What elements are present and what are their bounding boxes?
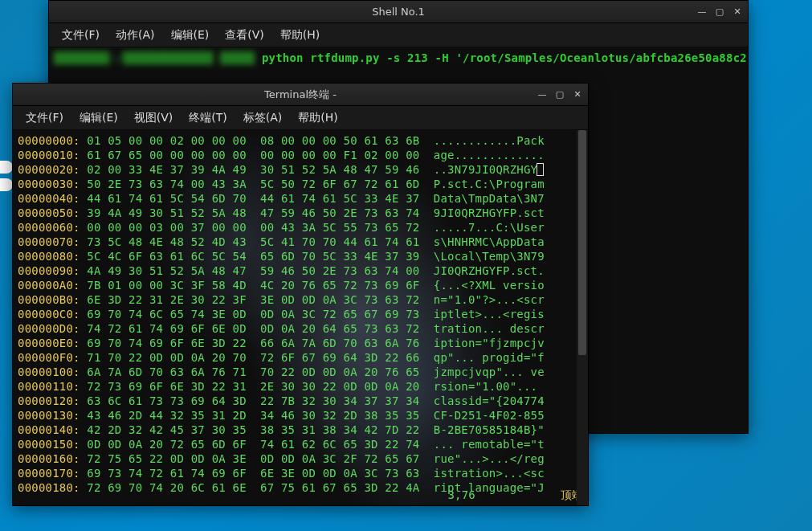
hex-bytes: 72 69 70 74 20 6C 61 6E 67 75 61 67 65 3… [87, 481, 419, 494]
scrollbar-thumb[interactable] [578, 130, 586, 355]
hex-ascii: istration>...<sc [434, 467, 545, 480]
hex-address: 00000030: [18, 178, 80, 190]
hexdump-row: 00000120: 63 6C 61 73 73 69 64 3D 22 7B … [18, 394, 583, 408]
hex-bytes: 39 4A 49 30 51 52 5A 48 47 59 46 50 2E 7… [87, 206, 419, 219]
hex-ascii: ............Pack [434, 134, 545, 147]
hex-bytes: 5C 4C 6F 63 61 6C 5C 54 65 6D 70 5C 33 4… [87, 250, 419, 263]
hex-ascii: s\HNHRMC\AppData [434, 235, 545, 248]
terminal-window: Terminal终端 - — ▢ ✕ 文件(F) 编辑(E) 视图(V) 终端(… [12, 83, 589, 506]
hexdump-row: 00000050: 39 4A 49 30 51 52 5A 48 47 59 … [18, 206, 583, 220]
hexdump-row: 00000030: 50 2E 73 63 74 00 43 3A 5C 50 … [18, 177, 583, 191]
cursor [537, 163, 544, 176]
hex-bytes: 43 46 2D 44 32 35 31 2D 34 46 30 32 2D 3… [87, 409, 419, 422]
hex-address: 00000170: [18, 467, 80, 480]
hexdump-row: 00000110: 72 73 69 6F 6E 3D 22 31 2E 30 … [18, 379, 583, 394]
hex-bytes: 00 00 00 03 00 37 00 00 00 43 3A 5C 55 7… [87, 221, 419, 234]
hex-address: 00000090: [18, 264, 80, 277]
hex-address: 00000010: [18, 149, 80, 161]
hex-ascii: 9JI0QRZHGYFP.sct [434, 206, 545, 219]
hex-bytes: 74 72 61 74 69 6F 6E 0D 0D 0A 20 64 65 7… [87, 322, 419, 335]
hex-ascii: ... remotable="t [434, 438, 545, 451]
hex-bytes: 69 70 74 6C 65 74 3E 0D 0D 0A 3C 72 65 6… [87, 308, 419, 321]
hex-address: 00000080: [18, 250, 80, 263]
hex-ascii: iption="fjzmpcjv [434, 337, 545, 349]
minimize-icon[interactable]: — [695, 4, 709, 18]
menu-file[interactable]: 文件(F) [55, 25, 106, 46]
hex-bytes: 02 00 33 4E 37 39 4A 49 30 51 52 5A 48 4… [87, 163, 419, 176]
hex-bytes: 69 73 74 72 61 74 69 6F 6E 3E 0D 0D 0A 3… [87, 467, 419, 480]
hex-bytes: 0D 0D 0A 20 72 65 6D 6F 74 61 62 6C 65 3… [87, 438, 419, 451]
close-icon[interactable]: ✕ [730, 4, 745, 18]
shell-prompt-hidden: ████████:/█████████████ █████ [54, 51, 255, 64]
menu-file[interactable]: 文件(F) [19, 108, 70, 129]
shell-titlebar[interactable]: Shell No.1 — ▢ ✕ [49, 1, 748, 23]
hex-ascii: qp"... progid="f [434, 351, 545, 364]
menu-view[interactable]: 查看(V) [218, 25, 271, 46]
hex-address: 00000130: [18, 409, 80, 422]
hex-bytes: 63 6C 61 73 73 69 64 3D 22 7B 32 30 34 3… [87, 394, 419, 407]
hexdump-row: 00000160: 72 75 65 22 0D 0D 0A 3E 0D 0D … [18, 451, 583, 466]
hex-bytes: 42 2D 32 42 45 37 30 35 38 35 31 38 34 4… [87, 423, 419, 436]
menu-edit[interactable]: 编辑(E) [73, 108, 124, 129]
hex-address: 00000020: [18, 163, 80, 176]
terminal-title: Terminal终端 - [264, 88, 337, 102]
menu-tabs[interactable]: 标签(A) [237, 108, 289, 129]
scrollbar[interactable] [577, 130, 588, 505]
hexdump-row: 00000180: 72 69 70 74 20 6C 61 6E 67 75 … [18, 480, 583, 495]
hex-address: 000000B0: [18, 293, 80, 306]
hex-ascii: rue"...>...</reg [434, 452, 545, 465]
menu-action[interactable]: 动作(A) [109, 25, 161, 46]
hex-address: 00000110: [18, 380, 80, 393]
hexdump-row: 00000130: 43 46 2D 44 32 35 31 2D 34 46 … [18, 408, 583, 423]
minimize-icon[interactable]: — [535, 87, 549, 101]
hex-address: 00000150: [18, 438, 80, 451]
menu-help[interactable]: 帮助(H) [292, 108, 344, 129]
shell-command: python rtfdump.py -s 213 -H '/root/Sampl… [262, 51, 748, 64]
hex-address: 00000120: [18, 394, 80, 407]
menu-help[interactable]: 帮助(H) [274, 25, 326, 46]
hexdump-row: 000000B0: 6E 3D 22 31 2E 30 22 3F 3E 0D … [18, 292, 583, 307]
hex-ascii: B-2BE70585184B}" [434, 423, 545, 436]
hex-bytes: 6A 7A 6D 70 63 6A 76 71 70 22 0D 0D 0A 2… [87, 366, 419, 378]
hex-ascii: \Local\Temp\3N79 [434, 250, 545, 263]
hex-bytes: 72 75 65 22 0D 0D 0A 3E 0D 0D 0A 3C 2F 7… [87, 452, 419, 465]
hex-ascii: Data\TmpData\3N7 [434, 192, 545, 205]
hexdump-row: 00000080: 5C 4C 6F 63 61 6C 5C 54 65 6D … [18, 249, 583, 263]
hexdump-row: 00000070: 73 5C 48 4E 48 52 4D 43 5C 41 … [18, 235, 583, 249]
hex-ascii: .....7...C:\User [434, 221, 545, 234]
hex-ascii: P.sct.C:\Program [434, 178, 545, 190]
hex-bytes: 69 70 74 69 6F 6E 3D 22 66 6A 7A 6D 70 6… [87, 337, 419, 349]
menu-terminal[interactable]: 终端(T) [182, 108, 233, 129]
shell-title: Shell No.1 [372, 6, 425, 18]
hexdump-row: 000000C0: 69 70 74 6C 65 74 3E 0D 0D 0A … [18, 307, 583, 321]
terminal-titlebar[interactable]: Terminal终端 - — ▢ ✕ [13, 84, 588, 106]
hex-bytes: 50 2E 73 63 74 00 43 3A 5C 50 72 6F 67 7… [87, 178, 419, 190]
hex-ascii: rsion="1.00"... [434, 380, 545, 393]
hex-bytes: 61 67 65 00 00 00 00 00 00 00 00 00 F1 0… [87, 149, 419, 161]
hex-address: 00000160: [18, 452, 80, 465]
hex-ascii: jzmpcjvqp"... ve [434, 366, 545, 378]
hex-bytes: 6E 3D 22 31 2E 30 22 3F 3E 0D 0D 0A 3C 7… [87, 293, 419, 306]
maximize-icon[interactable]: ▢ [553, 87, 567, 101]
hex-ascii: n="1.0"?>...<scr [434, 293, 545, 306]
hex-bytes: 73 5C 48 4E 48 52 4D 43 5C 41 70 70 44 6… [87, 235, 419, 248]
hex-bytes: 71 70 22 0D 0D 0A 20 70 72 6F 67 69 64 3… [87, 351, 419, 364]
cursor-position: 3,76 [447, 488, 475, 502]
hex-address: 00000040: [18, 192, 80, 205]
hex-address: 000000A0: [18, 279, 80, 292]
hexdump-row: 000000E0: 69 70 74 69 6F 6E 3D 22 66 6A … [18, 336, 583, 350]
menu-edit[interactable]: 编辑(E) [165, 25, 216, 46]
hex-address: 00000050: [18, 206, 80, 219]
menu-view[interactable]: 视图(V) [128, 108, 180, 129]
hex-address: 000000F0: [18, 351, 80, 364]
hexdump-row: 000000A0: 7B 01 00 00 3C 3F 58 4D 4C 20 … [18, 278, 583, 292]
hex-address: 000000D0: [18, 322, 80, 335]
close-icon[interactable]: ✕ [570, 87, 585, 101]
terminal-body[interactable]: 00000000: 01 05 00 00 02 00 00 00 08 00 … [13, 130, 588, 505]
hexdump-row: 00000010: 61 67 65 00 00 00 00 00 00 00 … [18, 148, 583, 162]
maximize-icon[interactable]: ▢ [712, 4, 727, 18]
hex-bytes: 72 73 69 6F 6E 3D 22 31 2E 30 30 22 0D 0… [87, 380, 419, 393]
shell-menubar: 文件(F) 动作(A) 编辑(E) 查看(V) 帮助(H) [49, 23, 748, 47]
hexdump-row: 000000D0: 74 72 61 74 69 6F 6E 0D 0D 0A … [18, 321, 583, 336]
hex-ascii: ..3N79JI0QRZHGY [434, 163, 537, 176]
